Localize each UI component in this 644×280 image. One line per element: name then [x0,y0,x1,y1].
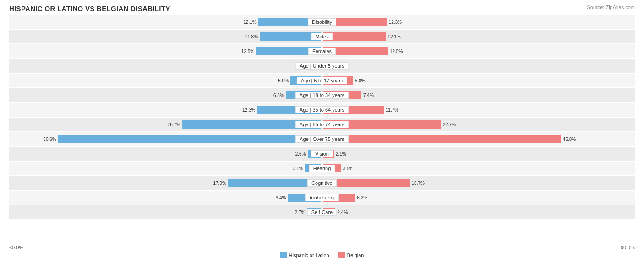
right-value: 16.7% [412,181,426,186]
chart-row: 5.9% Age | 5 to 17 years 5.8% [9,74,635,87]
row-label: Disability [308,18,336,26]
row-label: Males [311,33,333,40]
right-bar-container: 6.2% [322,194,635,202]
right-value: 22.7% [443,122,457,127]
left-value: 5.9% [275,78,289,83]
axis-right-label: 60.0% [621,245,635,250]
row-label: Age | 5 to 17 years [297,77,347,84]
left-value: 6.8% [270,93,284,98]
row-label: Cognitive [307,179,337,187]
left-bar-container: 12.1% [9,18,322,26]
row-label: Age | 18 to 34 years [295,92,349,99]
left-value: 12.1% [243,20,257,25]
left-value: 6.4% [272,195,286,200]
legend-color-pink [338,252,345,258]
rows-wrapper: 12.1% Disability 12.3% 11.8% Males 12.1%… [9,15,635,244]
right-bar-container: 7.4% [322,91,635,99]
row-label: Hearing [309,165,335,172]
left-value: 26.7% [167,122,180,127]
chart-body: 12.1% Disability 12.3% 11.8% Males 12.1%… [9,15,635,258]
right-value: 2.4% [337,210,351,215]
legend: Hispanic or Latino Belgian [9,252,635,258]
chart-row: 2.6% Vision 2.1% [9,147,635,161]
right-value: 45.8% [563,137,577,142]
right-value: 2.1% [336,151,349,156]
legend-item-blue: Hispanic or Latino [280,252,329,258]
source-text: Source: ZipAtlas.com [587,5,635,10]
right-bar-container: 16.7% [322,179,635,187]
chart-row: 12.1% Disability 12.3% [9,15,635,29]
legend-label-pink: Belgian [347,253,364,258]
left-value: 3.1% [289,166,303,171]
row-label: Females [308,48,336,55]
axis-labels: 60.0% 60.0% [9,245,635,250]
right-value: 12.5% [390,49,404,54]
left-bar-container: 6.8% [9,91,322,99]
left-bar-container: 5.9% [9,76,322,85]
chart-row: 17.9% Cognitive 16.7% [9,176,635,190]
left-bar-container: 12.3% [9,106,322,114]
row-label: Self-Care [307,209,337,216]
right-bar-container: 5.8% [322,76,635,85]
legend-color-blue [280,252,287,258]
left-value: 12.3% [241,108,255,113]
right-bar-container: 3.5% [322,164,635,172]
chart-row: 12.5% Females 12.5% [9,44,635,58]
chart-row: 26.7% Age | 65 to 74 years 22.7% [9,118,635,131]
left-bar-container: 1.3% [9,62,322,70]
row-label: Age | 65 to 74 years [295,121,349,128]
right-bar-container: 2.1% [322,150,635,158]
right-value: 5.8% [355,78,369,83]
chart-row: 12.3% Age | 35 to 64 years 11.7% [9,103,635,117]
bar-blue [58,135,321,143]
row-label: Vision [311,150,333,157]
left-value: 50.6% [43,137,56,142]
right-bar-container: 12.5% [322,47,635,55]
row-label: Age | Under 5 years [295,62,349,70]
right-value: 12.3% [389,20,403,25]
left-bar-container: 11.8% [9,32,322,41]
left-bar-container: 12.5% [9,47,322,55]
right-bar-container: 11.7% [322,106,635,114]
chart-row: 6.4% Ambulatory 6.2% [9,191,635,205]
chart-row: 2.7% Self-Care 2.4% [9,205,635,219]
right-bar-container: 12.1% [322,32,635,41]
row-label: Age | Over 75 years [295,135,349,143]
left-value: 17.9% [213,181,226,186]
left-value: 12.5% [240,49,254,54]
chart-row: 6.8% Age | 18 to 34 years 7.4% [9,88,635,102]
left-value: 2.7% [291,210,305,215]
bar-pink [323,135,561,143]
right-bar-container: 2.4% [322,208,635,216]
right-bar-container: 22.7% [322,120,635,129]
right-bar-container: 1.4% [322,62,635,70]
axis-left-label: 60.0% [9,245,23,250]
chart-row: 1.3% Age | Under 5 years 1.4% [9,59,635,73]
right-value: 6.2% [357,195,371,200]
left-bar-container: 17.9% [9,179,322,187]
chart-row: 3.1% Hearing 3.5% [9,162,635,175]
right-bar-container: 45.8% [322,135,635,143]
right-value: 3.5% [343,166,357,171]
left-bar-container: 2.6% [9,150,322,158]
chart-row: 50.6% Age | Over 75 years 45.8% [9,132,635,146]
left-bar-container: 3.1% [9,164,322,172]
row-label: Ambulatory [305,194,339,201]
right-value: 7.4% [363,93,377,98]
left-bar-container: 26.7% [9,120,322,129]
chart-row: 11.8% Males 12.1% [9,30,635,43]
row-label: Age | 35 to 64 years [295,106,349,113]
right-value: 12.1% [387,34,401,39]
left-bar-container: 2.7% [9,208,322,216]
left-bar-container: 50.6% [9,135,322,143]
chart-title: HISPANIC OR LATINO VS BELGIAN DISABILITY [9,5,635,12]
right-bar-container: 12.3% [322,18,635,26]
chart-container: HISPANIC OR LATINO VS BELGIAN DISABILITY… [0,0,644,280]
legend-item-pink: Belgian [338,252,364,258]
left-value: 11.8% [244,34,258,39]
right-value: 11.7% [386,108,399,113]
legend-label-blue: Hispanic or Latino [289,253,329,258]
left-bar-container: 6.4% [9,194,322,202]
left-value: 2.6% [292,151,306,156]
